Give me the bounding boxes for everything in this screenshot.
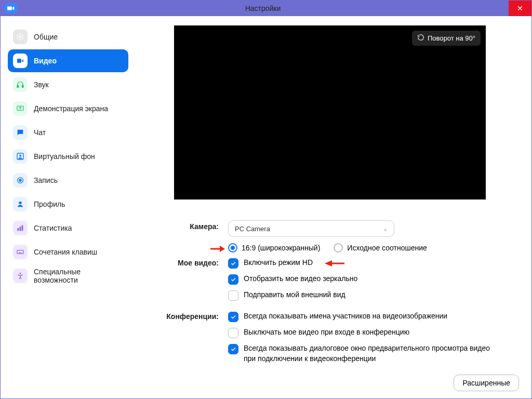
settings-window: Настройки ✕ ОбщиеВидеоЗвукДемонстрация э…	[0, 0, 532, 399]
person-bg-icon	[13, 149, 28, 164]
chat-icon	[13, 125, 28, 140]
sidebar-item-video[interactable]: Видео	[8, 49, 128, 72]
svg-point-9	[19, 179, 21, 181]
sidebar-item-label: Видео	[34, 57, 57, 65]
sidebar-item-label: Чат	[34, 128, 46, 137]
settings-grid: Камера: PC Camera ⌄ 16:9 (широкоэкранный…	[141, 220, 519, 369]
checkbox-indicator	[228, 274, 238, 285]
sidebar-item-stats[interactable]: Статистика	[8, 217, 128, 240]
svg-rect-13	[22, 225, 23, 231]
svg-rect-4	[22, 85, 23, 87]
svg-point-7	[19, 155, 21, 157]
checkbox-indicator	[228, 344, 238, 354]
titlebar: Настройки ✕	[1, 1, 531, 16]
meetings-checks: Всегда показывать имена участников на ви…	[228, 311, 519, 369]
sidebar-item-a11y[interactable]: Специальные возможности	[8, 264, 128, 287]
a11y-icon	[13, 269, 28, 283]
preview-dialog-checkbox[interactable]: Всегда показывать диалоговое окно предва…	[228, 343, 519, 364]
aspect-16-9-label: 16:9 (широкоэкранный)	[242, 244, 320, 252]
keyboard-icon	[13, 245, 28, 259]
body: ОбщиеВидеоЗвукДемонстрация экранаЧатВирт…	[1, 16, 531, 398]
record-icon	[13, 173, 28, 188]
camera-select[interactable]: PC Camera ⌄	[228, 220, 394, 237]
window-title: Настройки	[17, 4, 509, 12]
video-icon	[13, 54, 28, 68]
rotate-label: Поворот на 90°	[428, 34, 475, 42]
svg-rect-3	[17, 85, 19, 87]
annotation-arrow	[322, 259, 345, 268]
hd-label: Включить режим HD	[244, 258, 313, 268]
sidebar-item-label: Демонстрация экрана	[34, 104, 108, 113]
advanced-button[interactable]: Расширенные	[454, 375, 519, 391]
stats-icon	[13, 221, 28, 235]
svg-point-15	[20, 273, 21, 274]
checkbox-indicator	[228, 328, 238, 338]
app-icon	[5, 4, 17, 13]
rotate-icon	[417, 34, 424, 43]
meetings-label: Конференции:	[141, 311, 219, 321]
sidebar-item-label: Профиль	[34, 200, 65, 208]
sidebar-item-label: Сочетания клавиш	[34, 248, 97, 256]
hd-checkbox[interactable]: Включить режим HD	[228, 258, 519, 269]
sidebar-item-share[interactable]: Демонстрация экрана	[8, 97, 128, 120]
aspect-16-9-radio[interactable]: 16:9 (широкоэкранный)	[228, 243, 320, 252]
mute-video-checkbox[interactable]: Выключать мое видео при входе в конферен…	[228, 327, 519, 338]
sidebar-item-audio[interactable]: Звук	[8, 73, 128, 96]
checkbox-indicator	[228, 312, 238, 322]
sidebar-item-label: Виртуальный фон	[34, 152, 95, 161]
sidebar-item-shortcuts[interactable]: Сочетания клавиш	[8, 241, 128, 263]
sidebar-item-vbg[interactable]: Виртуальный фон	[8, 145, 128, 168]
camera-value: PC Camera	[235, 225, 270, 233]
svg-point-10	[19, 202, 21, 204]
sidebar-item-label: Звук	[34, 81, 49, 89]
sidebar-item-profile[interactable]: Профиль	[8, 193, 128, 216]
svg-rect-14	[17, 250, 23, 254]
names-checkbox[interactable]: Всегда показывать имена участников на ви…	[228, 311, 519, 322]
sidebar-item-general[interactable]: Общие	[8, 25, 128, 48]
mirror-checkbox[interactable]: Отобразить мое видео зеркально	[228, 274, 519, 285]
sidebar-item-label: Статистика	[34, 224, 72, 232]
video-preview: Поворот на 90°	[174, 25, 486, 200]
svg-point-1	[19, 36, 21, 38]
sidebar: ОбщиеВидеоЗвукДемонстрация экранаЧатВирт…	[1, 16, 136, 398]
camera-row: PC Camera ⌄ 16:9 (широкоэкранный)	[228, 220, 519, 252]
touchup-label: Подправить мой внешний вид	[244, 290, 345, 300]
preview-dialog-label: Всегда показывать диалоговое окно предва…	[244, 343, 493, 364]
sidebar-item-record[interactable]: Запись	[8, 169, 128, 192]
profile-icon	[13, 197, 28, 211]
share-icon	[13, 101, 28, 116]
main-panel: Поворот на 90° Камера: PC Camera ⌄	[136, 16, 531, 398]
mirror-label: Отобразить мое видео зеркально	[244, 274, 357, 284]
mute-video-label: Выключать мое видео при входе в конферен…	[244, 327, 409, 338]
checkbox-indicator	[228, 258, 238, 269]
checkbox-indicator	[228, 290, 238, 301]
close-button[interactable]: ✕	[509, 1, 531, 16]
gear-icon	[13, 30, 28, 44]
my-video-checks: Включить режим HD Отобразить мое видео з…	[228, 258, 519, 306]
aspect-original-radio[interactable]: Исходное соотношение	[334, 243, 427, 252]
sidebar-item-label: Запись	[34, 176, 58, 184]
sidebar-item-label: Общие	[34, 33, 58, 41]
camera-label: Камера:	[141, 220, 219, 231]
radio-indicator	[334, 243, 343, 252]
svg-rect-11	[18, 228, 19, 231]
radio-indicator	[228, 243, 237, 252]
my-video-label: Мое видео:	[141, 258, 219, 267]
headphones-icon	[13, 77, 28, 92]
names-label: Всегда показывать имена участников на ви…	[244, 311, 447, 322]
rotate-90-button[interactable]: Поворот на 90°	[412, 31, 481, 46]
svg-rect-2	[17, 59, 21, 63]
chevron-down-icon: ⌄	[383, 225, 388, 232]
svg-rect-12	[20, 227, 21, 231]
svg-rect-0	[7, 7, 12, 10]
annotation-arrow	[209, 244, 227, 254]
sidebar-item-chat[interactable]: Чат	[8, 121, 128, 144]
aspect-original-label: Исходное соотношение	[347, 244, 427, 252]
sidebar-item-label: Специальные возможности	[34, 268, 123, 284]
touchup-checkbox[interactable]: Подправить мой внешний вид	[228, 290, 519, 301]
